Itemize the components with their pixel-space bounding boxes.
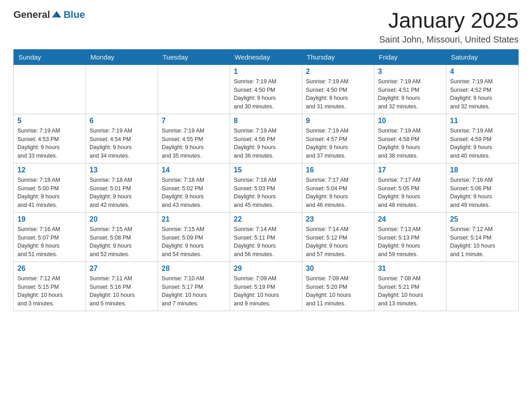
day-number: 12 [17, 166, 82, 174]
day-number: 10 [378, 117, 442, 125]
day-number: 16 [306, 166, 370, 174]
day-number: 4 [450, 68, 515, 76]
calendar-cell: 11Sunrise: 7:19 AM Sunset: 4:59 PM Dayli… [446, 114, 519, 163]
calendar-cell: 17Sunrise: 7:17 AM Sunset: 5:05 PM Dayli… [374, 163, 446, 212]
calendar-cell [14, 64, 86, 114]
calendar-week-2: 5Sunrise: 7:19 AM Sunset: 4:53 PM Daylig… [14, 114, 519, 163]
calendar-cell: 1Sunrise: 7:19 AM Sunset: 4:50 PM Daylig… [230, 64, 302, 114]
weekday-header-tuesday: Tuesday [158, 49, 230, 64]
calendar-cell: 10Sunrise: 7:19 AM Sunset: 4:58 PM Dayli… [374, 114, 446, 163]
day-info: Sunrise: 7:19 AM Sunset: 4:50 PM Dayligh… [306, 77, 370, 111]
day-number: 8 [234, 117, 298, 125]
day-info: Sunrise: 7:13 AM Sunset: 5:13 PM Dayligh… [378, 225, 442, 259]
calendar-cell: 16Sunrise: 7:17 AM Sunset: 5:04 PM Dayli… [302, 163, 374, 212]
day-info: Sunrise: 7:19 AM Sunset: 4:58 PM Dayligh… [378, 127, 442, 160]
day-number: 3 [378, 68, 442, 76]
day-info: Sunrise: 7:16 AM Sunset: 5:07 PM Dayligh… [17, 225, 82, 259]
day-info: Sunrise: 7:19 AM Sunset: 4:54 PM Dayligh… [90, 127, 154, 160]
calendar-cell: 23Sunrise: 7:14 AM Sunset: 5:12 PM Dayli… [302, 212, 374, 261]
calendar-cell: 8Sunrise: 7:19 AM Sunset: 4:56 PM Daylig… [230, 114, 302, 163]
day-number: 22 [234, 215, 298, 223]
calendar-cell: 20Sunrise: 7:15 AM Sunset: 5:08 PM Dayli… [86, 212, 158, 261]
day-number: 24 [378, 215, 442, 223]
calendar-cell: 7Sunrise: 7:19 AM Sunset: 4:55 PM Daylig… [158, 114, 230, 163]
calendar-cell: 3Sunrise: 7:19 AM Sunset: 4:51 PM Daylig… [374, 64, 446, 114]
day-info: Sunrise: 7:17 AM Sunset: 5:04 PM Dayligh… [306, 176, 370, 210]
logo-icon [51, 9, 62, 20]
day-number: 5 [17, 117, 82, 125]
day-number: 21 [162, 215, 226, 223]
day-info: Sunrise: 7:19 AM Sunset: 4:53 PM Dayligh… [17, 127, 82, 160]
weekday-header-saturday: Saturday [446, 49, 519, 64]
calendar-cell: 19Sunrise: 7:16 AM Sunset: 5:07 PM Dayli… [14, 212, 86, 261]
calendar-cell: 2Sunrise: 7:19 AM Sunset: 4:50 PM Daylig… [302, 64, 374, 114]
day-info: Sunrise: 7:18 AM Sunset: 5:02 PM Dayligh… [162, 176, 226, 210]
weekday-header-thursday: Thursday [302, 49, 374, 64]
day-number: 31 [378, 265, 442, 273]
title-block: January 2025 Saint John, Missouri, Unite… [379, 9, 519, 45]
calendar-body: 1Sunrise: 7:19 AM Sunset: 4:50 PM Daylig… [14, 64, 519, 311]
weekday-header-monday: Monday [86, 49, 158, 64]
calendar-week-4: 19Sunrise: 7:16 AM Sunset: 5:07 PM Dayli… [14, 212, 519, 261]
calendar-cell: 21Sunrise: 7:15 AM Sunset: 5:09 PM Dayli… [158, 212, 230, 261]
day-number: 20 [90, 215, 154, 223]
calendar-table: SundayMondayTuesdayWednesdayThursdayFrid… [13, 49, 519, 311]
calendar-header: SundayMondayTuesdayWednesdayThursdayFrid… [14, 49, 519, 64]
day-number: 7 [162, 117, 226, 125]
day-number: 9 [306, 117, 370, 125]
calendar-cell: 30Sunrise: 7:09 AM Sunset: 5:20 PM Dayli… [302, 261, 374, 311]
day-info: Sunrise: 7:10 AM Sunset: 5:17 PM Dayligh… [162, 274, 226, 308]
day-number: 28 [162, 265, 226, 273]
day-number: 26 [17, 265, 82, 273]
day-number: 18 [450, 166, 515, 174]
calendar-cell: 13Sunrise: 7:18 AM Sunset: 5:01 PM Dayli… [86, 163, 158, 212]
day-number: 13 [90, 166, 154, 174]
day-number: 15 [234, 166, 298, 174]
calendar-cell: 25Sunrise: 7:12 AM Sunset: 5:14 PM Dayli… [446, 212, 519, 261]
calendar-title: January 2025 [379, 9, 519, 33]
calendar-cell: 15Sunrise: 7:18 AM Sunset: 5:03 PM Dayli… [230, 163, 302, 212]
day-number: 11 [450, 117, 515, 125]
weekday-header-sunday: Sunday [14, 49, 86, 64]
calendar-cell: 9Sunrise: 7:19 AM Sunset: 4:57 PM Daylig… [302, 114, 374, 163]
day-info: Sunrise: 7:15 AM Sunset: 5:09 PM Dayligh… [162, 225, 226, 259]
day-number: 30 [306, 265, 370, 273]
calendar-cell [86, 64, 158, 114]
calendar-cell: 24Sunrise: 7:13 AM Sunset: 5:13 PM Dayli… [374, 212, 446, 261]
day-number: 6 [90, 117, 154, 125]
day-number: 1 [234, 68, 298, 76]
calendar-cell: 27Sunrise: 7:11 AM Sunset: 5:16 PM Dayli… [86, 261, 158, 311]
day-number: 27 [90, 265, 154, 273]
day-info: Sunrise: 7:19 AM Sunset: 4:52 PM Dayligh… [450, 77, 515, 111]
day-info: Sunrise: 7:08 AM Sunset: 5:21 PM Dayligh… [378, 274, 442, 308]
day-info: Sunrise: 7:19 AM Sunset: 4:50 PM Dayligh… [234, 77, 298, 111]
day-number: 23 [306, 215, 370, 223]
calendar-cell: 5Sunrise: 7:19 AM Sunset: 4:53 PM Daylig… [14, 114, 86, 163]
day-info: Sunrise: 7:19 AM Sunset: 4:51 PM Dayligh… [378, 77, 442, 111]
calendar-week-3: 12Sunrise: 7:18 AM Sunset: 5:00 PM Dayli… [14, 163, 519, 212]
day-number: 2 [306, 68, 370, 76]
calendar-week-1: 1Sunrise: 7:19 AM Sunset: 4:50 PM Daylig… [14, 64, 519, 114]
day-number: 17 [378, 166, 442, 174]
day-info: Sunrise: 7:18 AM Sunset: 5:03 PM Dayligh… [234, 176, 298, 210]
calendar-week-5: 26Sunrise: 7:12 AM Sunset: 5:15 PM Dayli… [14, 261, 519, 311]
calendar-cell: 26Sunrise: 7:12 AM Sunset: 5:15 PM Dayli… [14, 261, 86, 311]
day-number: 25 [450, 215, 515, 223]
day-info: Sunrise: 7:14 AM Sunset: 5:11 PM Dayligh… [234, 225, 298, 259]
day-info: Sunrise: 7:19 AM Sunset: 4:56 PM Dayligh… [234, 127, 298, 160]
day-info: Sunrise: 7:15 AM Sunset: 5:08 PM Dayligh… [90, 225, 154, 259]
day-number: 19 [17, 215, 82, 223]
weekday-header-row: SundayMondayTuesdayWednesdayThursdayFrid… [14, 49, 519, 64]
calendar-subtitle: Saint John, Missouri, United States [379, 34, 519, 45]
weekday-header-wednesday: Wednesday [230, 49, 302, 64]
calendar-cell: 12Sunrise: 7:18 AM Sunset: 5:00 PM Dayli… [14, 163, 86, 212]
day-info: Sunrise: 7:19 AM Sunset: 4:55 PM Dayligh… [162, 127, 226, 160]
calendar-cell [446, 261, 519, 311]
calendar-cell: 18Sunrise: 7:16 AM Sunset: 5:06 PM Dayli… [446, 163, 519, 212]
calendar-cell: 6Sunrise: 7:19 AM Sunset: 4:54 PM Daylig… [86, 114, 158, 163]
calendar-cell [158, 64, 230, 114]
logo-text-blue: Blue [64, 9, 85, 20]
day-info: Sunrise: 7:12 AM Sunset: 5:14 PM Dayligh… [450, 225, 515, 259]
day-info: Sunrise: 7:19 AM Sunset: 4:57 PM Dayligh… [306, 127, 370, 160]
calendar-cell: 31Sunrise: 7:08 AM Sunset: 5:21 PM Dayli… [374, 261, 446, 311]
